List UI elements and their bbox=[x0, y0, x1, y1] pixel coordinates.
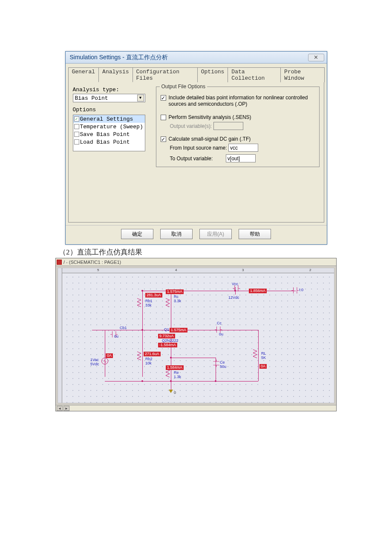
ruler-left bbox=[58, 268, 62, 403]
checkbox-icon: ✓ bbox=[74, 116, 79, 121]
cc-label: Cc bbox=[217, 321, 222, 325]
sens-var-label: Output variable(s): bbox=[170, 123, 212, 129]
checkbox-tf[interactable] bbox=[161, 136, 166, 142]
rc-value: 3.3k bbox=[174, 299, 181, 303]
rb2-value: 10k bbox=[145, 361, 152, 365]
schematic-scrollbar[interactable]: ◄ ► bbox=[56, 405, 336, 411]
close-icon[interactable]: ✕ bbox=[308, 54, 324, 61]
ruler-mark: 5 bbox=[97, 268, 99, 272]
schematic-tab-bar: / - (SCHEMATIC1 : PAGE1) bbox=[56, 258, 336, 266]
checkbox-icon bbox=[74, 124, 79, 129]
ann-rb1: 281.3uA bbox=[145, 293, 162, 298]
probe-icon: ┤├ bbox=[291, 288, 299, 292]
tab-probe-window[interactable]: Probe Window bbox=[280, 67, 324, 82]
cb1-label: Cb1 bbox=[120, 326, 127, 330]
source-vac: 1Vac bbox=[90, 358, 99, 362]
help-button[interactable]: 帮助 bbox=[239, 229, 271, 239]
tf-from-input[interactable] bbox=[228, 144, 258, 152]
option-temperature-sweep[interactable]: Temperature (Sweep) bbox=[73, 123, 145, 130]
sine-icon: ∿ bbox=[103, 359, 107, 364]
op-label: Include detailed bias point information … bbox=[169, 95, 315, 107]
simulation-settings-dialog: Simulation Settings - 直流工作点分析 ✕ General … bbox=[65, 51, 327, 245]
schematic-tab-label[interactable]: / - (SCHEMATIC1 : PAGE1) bbox=[63, 260, 121, 265]
sens-variable-input bbox=[213, 122, 243, 130]
rb2-label: Rb2 bbox=[145, 357, 153, 361]
re-label: Re bbox=[174, 370, 179, 375]
analysis-tab-panel: Analysis type: Bias Point ▼ Options ✓ Ge… bbox=[68, 82, 324, 223]
analysis-type-select[interactable]: Bias Point ▼ bbox=[73, 94, 145, 102]
groupbox-legend: Output File Options bbox=[160, 84, 207, 90]
option-label: General Settings bbox=[80, 116, 133, 122]
ann-q1-ic: 1.575mA bbox=[170, 328, 187, 332]
ann-q1-ie: -1.584mA bbox=[158, 343, 177, 347]
rb1-value: 33k bbox=[145, 303, 152, 307]
chevron-down-icon[interactable]: ▼ bbox=[137, 95, 144, 101]
tf-from-label: From Input source name: bbox=[170, 145, 227, 151]
ann-src: 0A bbox=[106, 353, 113, 358]
schematic-canvas[interactable]: 5 4 3 2 bbox=[58, 268, 334, 403]
option-label: Load Bias Point bbox=[80, 139, 130, 145]
checkbox-op[interactable] bbox=[161, 95, 166, 101]
rl-value: 5K bbox=[261, 356, 266, 360]
tf-label: Calculate small-signal DC gain (.TF) bbox=[169, 136, 251, 142]
option-label: Temperature (Sweep) bbox=[80, 124, 143, 130]
tf-to-label: To Output variable: bbox=[170, 156, 225, 162]
ann-q1-ib: 9.732uA bbox=[158, 334, 175, 338]
rb1-label: Rb1 bbox=[145, 299, 153, 303]
scroll-right-icon[interactable]: ► bbox=[63, 406, 69, 411]
checkbox-icon bbox=[74, 139, 79, 145]
rc-label: Rc bbox=[174, 295, 179, 299]
ground-label: 0 bbox=[174, 390, 176, 395]
resistor-icon: /\/\/ bbox=[137, 351, 141, 360]
ok-button[interactable]: 确定 bbox=[121, 229, 153, 239]
analysis-type-value: Bias Point bbox=[75, 95, 108, 101]
rl-label: RL bbox=[261, 351, 266, 356]
vcc-value: 12Vdc bbox=[228, 295, 239, 300]
scroll-left-icon[interactable]: ◄ bbox=[57, 406, 63, 411]
tab-options[interactable]: Options bbox=[197, 67, 228, 82]
options-label: Options bbox=[73, 107, 154, 113]
ann-rb2: 271.6uA bbox=[144, 352, 161, 356]
capacitor-icon: ┤├ bbox=[214, 359, 219, 367]
option-save-bias-point[interactable]: Save Bias Point bbox=[73, 130, 145, 138]
cc-value: 0u bbox=[219, 332, 223, 336]
ce-value: 50u bbox=[220, 364, 226, 369]
ce-label: Ce bbox=[220, 360, 225, 364]
capacitor-icon: ┤├ bbox=[233, 286, 240, 290]
source-vdc: 5Vdc bbox=[90, 362, 99, 366]
cb1-value: 0u bbox=[114, 334, 118, 338]
tab-general[interactable]: General bbox=[68, 67, 99, 82]
document-heading: （2）直流工作点仿真结果 bbox=[59, 247, 341, 257]
resistor-icon: /\/\/ bbox=[253, 349, 257, 358]
analysis-type-label: Analysis type: bbox=[73, 87, 154, 93]
re-value: 1.3k bbox=[174, 375, 181, 379]
checkbox-icon bbox=[74, 132, 79, 137]
option-general-settings[interactable]: ✓ General Settings bbox=[73, 115, 145, 123]
tab-strip: General Analysis Configuration Files Opt… bbox=[68, 67, 324, 82]
checkbox-sens[interactable] bbox=[161, 115, 166, 120]
ground-icon bbox=[169, 390, 173, 393]
ann-rl: 0A bbox=[259, 364, 267, 369]
ruler-mark: 2 bbox=[309, 268, 311, 272]
dialog-button-bar: 确定 取消 应用(A) 帮助 bbox=[66, 225, 327, 244]
output-file-options-group: Output File Options Include detailed bia… bbox=[156, 87, 320, 167]
ruler-mark: 4 bbox=[175, 268, 177, 272]
tf-to-input[interactable] bbox=[226, 154, 256, 162]
i-probe-label: I:0 bbox=[299, 288, 303, 292]
schematic-icon bbox=[57, 260, 62, 265]
ann-rc: 1.575mA bbox=[166, 289, 184, 294]
tab-configuration-files[interactable]: Configuration Files bbox=[133, 67, 198, 82]
dialog-title-bar: Simulation Settings - 直流工作点分析 ✕ bbox=[66, 52, 327, 64]
ruler-mark: 3 bbox=[242, 268, 244, 272]
option-load-bias-point[interactable]: Load Bias Point bbox=[73, 138, 145, 146]
resistor-icon: /\/\/ bbox=[165, 298, 170, 306]
option-label: Save Bias Point bbox=[80, 131, 130, 138]
tab-data-collection[interactable]: Data Collection bbox=[228, 67, 281, 82]
tab-analysis[interactable]: Analysis bbox=[98, 67, 133, 82]
capacitor-icon: ┤├ bbox=[215, 327, 222, 332]
cancel-button[interactable]: 取消 bbox=[160, 229, 193, 239]
options-list[interactable]: ✓ General Settings Temperature (Sweep) S… bbox=[73, 115, 145, 151]
sens-label: Perform Sensitivity analysis (.SENS) bbox=[169, 114, 251, 120]
q1-model: Q2N2222 bbox=[162, 338, 179, 343]
ruler-top: 5 4 3 2 bbox=[58, 268, 334, 273]
